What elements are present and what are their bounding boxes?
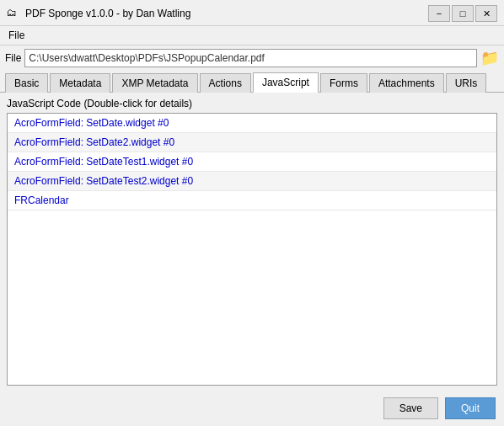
list-item[interactable]: AcroFormField: SetDateTest2.widget #0: [8, 172, 496, 191]
app-title: PDF Sponge v1.0.0 - by Dan Watling: [25, 8, 190, 19]
tab-actions[interactable]: Actions: [200, 73, 251, 93]
tabs-bar: Basic Metadata XMP Metadata Actions Java…: [0, 71, 504, 93]
js-code-list: AcroFormField: SetDate.widget #0AcroForm…: [7, 113, 497, 386]
tab-uris[interactable]: URIs: [446, 73, 487, 93]
list-item[interactable]: AcroFormField: SetDate2.widget #0: [8, 133, 496, 152]
menu-bar: File: [0, 26, 504, 45]
file-path-input[interactable]: [24, 49, 477, 67]
tab-xmp-metadata[interactable]: XMP Metadata: [112, 73, 197, 93]
list-item[interactable]: AcroFormField: SetDate.widget #0: [8, 114, 496, 133]
close-button[interactable]: ✕: [475, 5, 497, 22]
title-bar-left: 🗂 PDF Sponge v1.0.0 - by Dan Watling: [7, 7, 190, 20]
list-item[interactable]: AcroFormField: SetDateTest1.widget #0: [8, 152, 496, 172]
quit-button[interactable]: Quit: [445, 397, 496, 419]
app-icon: 🗂: [7, 7, 20, 20]
content-area: JavaScript Code (Double-click for detail…: [0, 93, 504, 391]
save-button[interactable]: Save: [383, 397, 438, 419]
tab-attachments[interactable]: Attachments: [369, 73, 444, 93]
folder-icon[interactable]: 📁: [480, 49, 499, 67]
minimize-button[interactable]: −: [428, 5, 450, 22]
tab-metadata[interactable]: Metadata: [50, 73, 110, 93]
footer: Save Quit: [0, 391, 504, 426]
title-bar: 🗂 PDF Sponge v1.0.0 - by Dan Watling − □…: [0, 0, 504, 26]
file-label: File: [5, 52, 21, 64]
tab-javascript[interactable]: JavaScript: [253, 72, 319, 93]
file-row: File 📁: [0, 45, 504, 71]
content-label: JavaScript Code (Double-click for detail…: [7, 98, 497, 109]
maximize-button[interactable]: □: [452, 5, 474, 22]
tab-basic[interactable]: Basic: [5, 73, 48, 93]
list-item[interactable]: FRCalendar: [8, 191, 496, 210]
window-controls: − □ ✕: [428, 5, 497, 22]
file-menu[interactable]: File: [3, 28, 29, 43]
tab-forms[interactable]: Forms: [320, 73, 367, 93]
